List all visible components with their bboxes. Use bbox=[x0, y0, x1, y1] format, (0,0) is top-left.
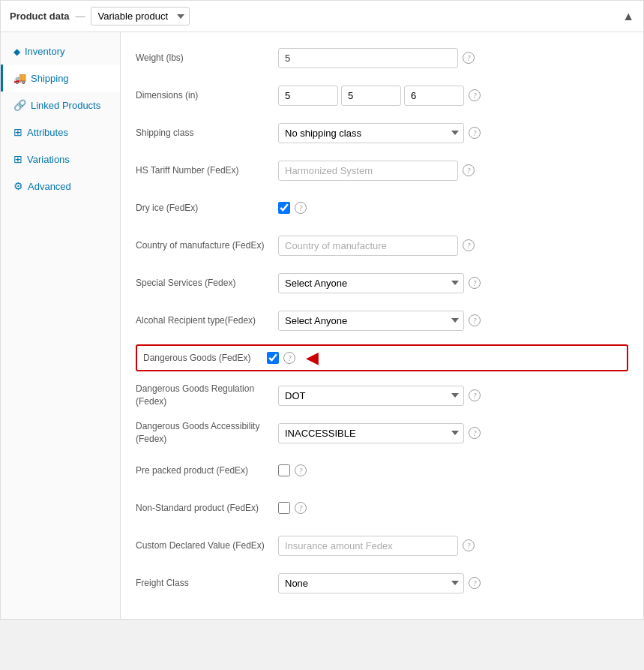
dimensions-group bbox=[278, 86, 464, 106]
shipping-class-row: Shipping class No shipping class Standar… bbox=[136, 119, 628, 146]
weight-control: ? bbox=[278, 48, 628, 68]
hs-tariff-label: HS Tariff Number (FedEx) bbox=[136, 164, 278, 177]
dry-ice-control: ? bbox=[278, 202, 628, 214]
header-dash: — bbox=[75, 11, 85, 22]
freight-class-help-icon[interactable]: ? bbox=[469, 577, 481, 589]
weight-input[interactable] bbox=[278, 48, 458, 68]
linked-products-icon: 🔗 bbox=[13, 99, 26, 111]
collapse-icon[interactable]: ▲ bbox=[622, 10, 634, 23]
weight-row: Weight (lbs) ? bbox=[136, 44, 628, 71]
weight-label: Weight (lbs) bbox=[136, 52, 278, 65]
sidebar-item-linked-products[interactable]: 🔗 Linked Products bbox=[1, 92, 120, 119]
hs-tariff-input[interactable] bbox=[278, 161, 458, 181]
main-content: ◆ Inventory 🚚 Shipping 🔗 Linked Products… bbox=[1, 32, 643, 619]
sidebar: ◆ Inventory 🚚 Shipping 🔗 Linked Products… bbox=[1, 32, 121, 619]
shipping-class-help-icon[interactable]: ? bbox=[469, 127, 481, 139]
dry-ice-help-icon[interactable]: ? bbox=[295, 202, 307, 214]
dg-regulation-control: DOT IATA ADR ? bbox=[278, 386, 628, 406]
country-input[interactable] bbox=[278, 236, 458, 256]
country-label: Country of manufacture (FedEx) bbox=[136, 239, 278, 252]
sidebar-item-inventory[interactable]: ◆ Inventory bbox=[1, 38, 120, 65]
alcohol-help-icon[interactable]: ? bbox=[469, 314, 481, 326]
dg-regulation-select[interactable]: DOT IATA ADR bbox=[278, 386, 464, 406]
freight-class-select[interactable]: None Class 50 Class 55 bbox=[278, 573, 464, 593]
pre-packed-checkbox[interactable] bbox=[278, 464, 290, 476]
product-data-panel: Product data — Variable product Simple p… bbox=[0, 0, 644, 620]
sidebar-item-variations[interactable]: ⊞ Variations bbox=[1, 146, 120, 173]
sidebar-label-advanced: Advanced bbox=[28, 181, 71, 192]
shipping-class-label: Shipping class bbox=[136, 127, 278, 140]
dangerous-goods-checkbox[interactable] bbox=[267, 352, 279, 364]
freight-class-row: Freight Class None Class 50 Class 55 ? bbox=[136, 569, 628, 596]
hs-tariff-help-icon[interactable]: ? bbox=[463, 164, 475, 176]
special-services-help-icon[interactable]: ? bbox=[469, 277, 481, 289]
product-type-select[interactable]: Variable product Simple product Grouped … bbox=[91, 7, 190, 26]
sidebar-item-attributes[interactable]: ⊞ Attributes bbox=[1, 119, 120, 146]
freight-class-label: Freight Class bbox=[136, 577, 278, 590]
sidebar-label-shipping: Shipping bbox=[31, 73, 69, 84]
dim-height-input[interactable] bbox=[404, 86, 464, 106]
pre-packed-row: Pre packed product (FedEx) ? bbox=[136, 457, 628, 484]
dg-regulation-row: Dangerous Goods Regulation (Fedex) DOT I… bbox=[136, 382, 628, 409]
alcohol-label: Alcohal Recipient type(Fedex) bbox=[136, 314, 278, 327]
dangerous-goods-control: ? ◀ bbox=[267, 350, 621, 366]
pre-packed-control: ? bbox=[278, 464, 628, 476]
header-title: Product data bbox=[10, 11, 69, 22]
hs-tariff-control: ? bbox=[278, 161, 628, 181]
country-control: ? bbox=[278, 236, 628, 256]
non-standard-control: ? bbox=[278, 502, 628, 514]
special-services-select[interactable]: Select Anyone Option 1 Option 2 bbox=[278, 273, 464, 293]
shipping-icon: 🚚 bbox=[13, 72, 26, 84]
dimensions-row: Dimensions (in) ? bbox=[136, 82, 628, 109]
non-standard-row: Non-Standard product (FedEx) ? bbox=[136, 494, 628, 521]
custom-declared-label: Custom Declared Value (FedEx) bbox=[136, 539, 278, 552]
dry-ice-label: Dry ice (FedEx) bbox=[136, 202, 278, 215]
dg-accessibility-row: Dangerous Goods Accessibility (Fedex) IN… bbox=[136, 419, 628, 446]
sidebar-label-inventory: Inventory bbox=[25, 46, 64, 57]
country-help-icon[interactable]: ? bbox=[463, 239, 475, 251]
custom-declared-help-icon[interactable]: ? bbox=[463, 539, 475, 551]
alcohol-row: Alcohal Recipient type(Fedex) Select Any… bbox=[136, 307, 628, 334]
shipping-class-select[interactable]: No shipping class Standard Express bbox=[278, 123, 464, 143]
dim-length-input[interactable] bbox=[278, 86, 338, 106]
pre-packed-help-icon[interactable]: ? bbox=[295, 464, 307, 476]
product-data-header: Product data — Variable product Simple p… bbox=[1, 1, 643, 32]
custom-declared-control: ? bbox=[278, 536, 628, 556]
custom-declared-row: Custom Declared Value (FedEx) ? bbox=[136, 532, 628, 559]
inventory-icon: ◆ bbox=[13, 47, 20, 57]
dimensions-label: Dimensions (in) bbox=[136, 89, 278, 102]
pre-packed-label: Pre packed product (FedEx) bbox=[136, 464, 278, 477]
custom-declared-input[interactable] bbox=[278, 536, 458, 556]
non-standard-label: Non-Standard product (FedEx) bbox=[136, 502, 278, 515]
country-row: Country of manufacture (FedEx) ? bbox=[136, 232, 628, 259]
dry-ice-row: Dry ice (FedEx) ? bbox=[136, 194, 628, 221]
non-standard-help-icon[interactable]: ? bbox=[295, 502, 307, 514]
special-services-row: Special Services (Fedex) Select Anyone O… bbox=[136, 269, 628, 296]
advanced-icon: ⚙ bbox=[13, 180, 23, 192]
sidebar-item-shipping[interactable]: 🚚 Shipping bbox=[1, 65, 120, 92]
dimensions-help-icon[interactable]: ? bbox=[469, 89, 481, 101]
alcohol-control: Select Anyone Option 1 Option 2 ? bbox=[278, 311, 628, 331]
weight-help-icon[interactable]: ? bbox=[463, 52, 475, 64]
dg-regulation-label: Dangerous Goods Regulation (Fedex) bbox=[136, 383, 278, 408]
shipping-class-control: No shipping class Standard Express ? bbox=[278, 123, 628, 143]
non-standard-checkbox[interactable] bbox=[278, 502, 290, 514]
sidebar-label-variations: Variations bbox=[27, 154, 70, 165]
dg-accessibility-help-icon[interactable]: ? bbox=[469, 427, 481, 439]
sidebar-label-linked-products: Linked Products bbox=[31, 100, 100, 111]
dry-ice-checkbox[interactable] bbox=[278, 202, 290, 214]
dg-regulation-help-icon[interactable]: ? bbox=[469, 389, 481, 401]
alcohol-select[interactable]: Select Anyone Option 1 Option 2 bbox=[278, 311, 464, 331]
dim-width-input[interactable] bbox=[341, 86, 401, 106]
dg-accessibility-select[interactable]: INACCESSIBLE ACCESSIBLE bbox=[278, 423, 464, 443]
dimensions-control: ? bbox=[278, 86, 628, 106]
dg-accessibility-label: Dangerous Goods Accessibility (Fedex) bbox=[136, 420, 278, 446]
sidebar-label-attributes: Attributes bbox=[27, 127, 68, 138]
main-panel: Weight (lbs) ? Dimensions (in) ? bbox=[121, 32, 643, 619]
sidebar-item-advanced[interactable]: ⚙ Advanced bbox=[1, 173, 120, 200]
dangerous-goods-help-icon[interactable]: ? bbox=[283, 352, 295, 364]
special-services-label: Special Services (Fedex) bbox=[136, 277, 278, 290]
dangerous-goods-row: Dangerous Goods (FedEx) ? ◀ bbox=[136, 344, 628, 371]
freight-class-control: None Class 50 Class 55 ? bbox=[278, 573, 628, 593]
attributes-icon: ⊞ bbox=[13, 126, 22, 138]
